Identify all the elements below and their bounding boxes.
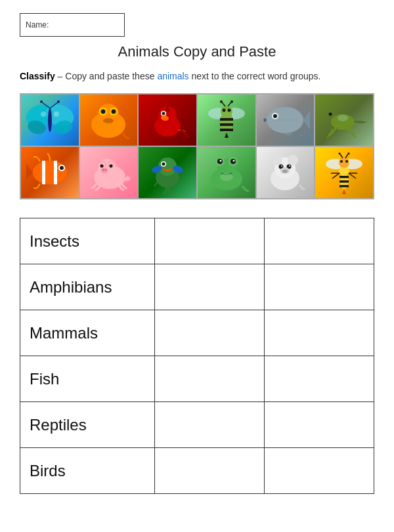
page-title: Animals Copy and Paste xyxy=(20,43,374,60)
answer-cell-5-2[interactable] xyxy=(264,448,374,494)
svg-point-56 xyxy=(101,168,108,173)
svg-point-4 xyxy=(48,108,52,132)
svg-point-47 xyxy=(338,115,348,121)
wasp-icon xyxy=(318,150,370,195)
animals-word: animals xyxy=(157,71,188,81)
category-row: Reptiles xyxy=(20,402,374,448)
answer-cell-3-1[interactable] xyxy=(154,356,264,402)
svg-rect-92 xyxy=(339,176,349,178)
svg-point-80 xyxy=(272,155,282,165)
svg-point-62 xyxy=(110,165,113,168)
svg-point-10 xyxy=(54,112,59,117)
svg-point-58 xyxy=(105,169,107,171)
category-row: Mammals xyxy=(20,310,374,356)
answer-cell-0-2[interactable] xyxy=(264,218,374,264)
svg-marker-39 xyxy=(303,110,310,130)
name-label: Name: xyxy=(26,20,49,30)
answer-cell-2-2[interactable] xyxy=(264,310,374,356)
category-label-2: Mammals xyxy=(20,310,155,356)
cardinal-icon xyxy=(141,97,194,143)
category-row: Amphibians xyxy=(20,264,374,310)
category-row: Birds xyxy=(20,448,374,494)
svg-point-84 xyxy=(281,165,282,167)
lizard-icon xyxy=(318,97,370,143)
fish-icon xyxy=(259,97,311,143)
svg-rect-49 xyxy=(42,161,45,184)
answer-cell-2-1[interactable] xyxy=(154,310,264,356)
svg-point-36 xyxy=(230,100,233,103)
animal-pig[interactable] xyxy=(79,146,139,199)
category-label-5: Birds xyxy=(20,448,155,494)
svg-line-100 xyxy=(345,154,348,158)
animal-wasp[interactable] xyxy=(315,146,374,199)
svg-point-31 xyxy=(222,109,225,112)
pig-icon xyxy=(82,150,135,195)
svg-rect-27 xyxy=(220,118,233,121)
instructions: Classify – Copy and paste these animals … xyxy=(20,71,374,81)
answer-cell-1-1[interactable] xyxy=(154,264,264,310)
svg-point-6 xyxy=(40,100,43,103)
svg-point-77 xyxy=(220,173,233,181)
category-label-1: Amphibians xyxy=(20,264,155,310)
parrot-icon xyxy=(141,150,194,195)
animal-cardinal[interactable] xyxy=(138,94,197,146)
svg-marker-102 xyxy=(342,189,346,194)
svg-point-76 xyxy=(232,160,234,162)
svg-point-15 xyxy=(101,110,106,114)
svg-line-103 xyxy=(332,173,339,178)
category-label-3: Fish xyxy=(20,356,155,402)
svg-point-95 xyxy=(339,157,349,168)
answer-cell-4-1[interactable] xyxy=(154,402,264,448)
classify-word: Classify xyxy=(20,71,55,81)
animal-polar-bear[interactable] xyxy=(256,146,315,199)
clownfish-icon xyxy=(24,150,76,195)
svg-point-53 xyxy=(60,166,64,170)
svg-point-48 xyxy=(33,161,67,184)
animal-orange-frog[interactable] xyxy=(79,94,139,146)
instructions-suffix: next to the correct word groups. xyxy=(189,71,321,81)
animal-bee[interactable] xyxy=(197,94,256,146)
animal-butterfly[interactable] xyxy=(20,94,79,146)
animal-green-frog[interactable] xyxy=(197,146,256,199)
answer-cell-1-2[interactable] xyxy=(264,264,374,310)
instructions-middle: – Copy and paste these xyxy=(55,71,158,81)
animal-fish-mouth[interactable] xyxy=(256,94,315,146)
answer-cell-3-2[interactable] xyxy=(264,356,374,402)
svg-point-55 xyxy=(98,159,116,177)
animal-clownfish[interactable] xyxy=(20,146,79,199)
answer-cell-5-1[interactable] xyxy=(154,448,264,494)
svg-point-81 xyxy=(288,155,298,165)
polar-bear-icon xyxy=(259,150,311,195)
animal-lizard[interactable] xyxy=(315,94,374,146)
svg-point-85 xyxy=(289,165,290,167)
green-frog-icon xyxy=(200,150,253,195)
svg-line-105 xyxy=(349,173,356,178)
category-label-0: Insects xyxy=(20,218,155,264)
svg-rect-94 xyxy=(339,185,349,188)
svg-point-57 xyxy=(102,169,104,171)
svg-point-61 xyxy=(100,165,104,168)
svg-point-66 xyxy=(162,163,165,166)
svg-line-33 xyxy=(222,102,225,106)
bee-icon xyxy=(200,97,253,143)
svg-point-22 xyxy=(162,112,165,115)
svg-rect-93 xyxy=(339,180,349,183)
animal-parrot[interactable] xyxy=(138,146,197,199)
svg-point-16 xyxy=(112,110,116,114)
svg-point-99 xyxy=(339,153,341,155)
answer-cell-0-1[interactable] xyxy=(154,218,264,264)
answer-cell-4-2[interactable] xyxy=(264,402,374,448)
svg-point-41 xyxy=(273,114,277,118)
animal-grid xyxy=(20,93,374,199)
svg-rect-29 xyxy=(220,129,233,131)
svg-point-101 xyxy=(348,153,350,155)
svg-marker-37 xyxy=(225,133,229,138)
butterfly-icon xyxy=(24,97,76,143)
svg-point-9 xyxy=(41,112,46,117)
svg-point-17 xyxy=(103,118,114,123)
svg-point-8 xyxy=(57,100,60,103)
svg-rect-50 xyxy=(54,161,57,184)
name-field[interactable]: Name: xyxy=(20,13,125,37)
category-label-4: Reptiles xyxy=(20,402,155,448)
category-row: Insects xyxy=(20,218,374,264)
